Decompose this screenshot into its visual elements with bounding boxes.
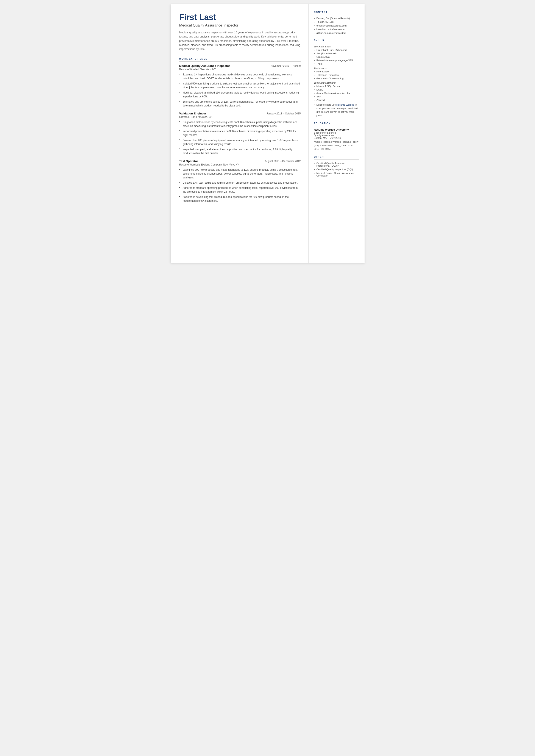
education-heading: EDUCATION — [314, 122, 359, 126]
skill-item: EASE — [314, 88, 359, 91]
education-section: EDUCATION Resume Worded University Bache… — [314, 122, 359, 151]
work-experience-section: WORK EXPERIENCE Medical Quality Assuranc… — [179, 58, 301, 203]
skill-item: Geometric Dimensioning — [314, 77, 359, 80]
job-title-2: Validation Engineer — [179, 112, 206, 115]
contact-location: Denver, OH (Open to Remote) — [314, 17, 359, 20]
job-bullets-2: Diagnosed malfunctions by conducting tes… — [179, 120, 301, 155]
list-item: Diagnosed malfunctions by conducting tes… — [179, 120, 301, 128]
skill-item: Oracle Java — [314, 56, 359, 58]
job-company-1: Resume Worded, New York, NY — [179, 68, 301, 71]
list-item: Inspected, sampled, and altered the comp… — [179, 147, 301, 155]
contact-phone: +1-234-456-789 — [314, 21, 359, 23]
job-dates-3: August 2010 – December 2012 — [265, 160, 300, 163]
job-header-3: Test Operator August 2010 – December 201… — [179, 159, 301, 163]
job-dates-2: January 2013 – October 2015 — [267, 112, 301, 115]
other-item: Certified Quality Assurance Professional… — [314, 162, 359, 167]
list-item: Isolated 500 non-fitting products to sui… — [179, 82, 301, 90]
right-column: CONTACT Denver, OH (Open to Remote) +1-2… — [309, 4, 365, 263]
skills-section: SKILLS Technical Skills: Greenlight Guru… — [314, 39, 359, 117]
edu-degree: Bachelor of Science — [314, 131, 359, 134]
job-header-2: Validation Engineer January 2013 – Octob… — [179, 112, 301, 115]
job-block-1: Medical Quality Assurance Inspector Nove… — [179, 64, 301, 107]
skill-item: Tolerance Principles — [314, 74, 359, 76]
skill-item: Greenlight Guru (Advanced) — [314, 49, 359, 51]
contact-linkedin: linkedin.com/in/username — [314, 28, 359, 31]
list-item: Performed preventative maintenance on 30… — [179, 129, 301, 137]
skill-item: SAP — [314, 95, 359, 98]
edu-field: Quality Assurance — [314, 134, 359, 137]
list-item: Ensured that 200 pieces of equipment wer… — [179, 138, 301, 146]
left-column: First Last Medical Quality Assurance Ins… — [171, 4, 309, 263]
candidate-title: Medical Quality Assurance Inspector — [179, 23, 301, 28]
job-title-1: Medical Quality Assurance Inspector — [179, 64, 230, 68]
skill-item: Trello — [314, 63, 359, 65]
list-item: Executed 1K inspections of numerous medi… — [179, 72, 301, 80]
contact-section: CONTACT Denver, OH (Open to Remote) +1-2… — [314, 11, 359, 34]
list-item: Examined 800 new products and made alter… — [179, 168, 301, 180]
tools-label: Tools and Software: — [314, 81, 359, 84]
skill-item: Prioritization — [314, 70, 359, 73]
other-item: Medical Device Quality Assurance Certifi… — [314, 172, 359, 177]
list-item: Collated 3.4K test results and registere… — [179, 181, 301, 185]
promo-prefix: Don't forget to use — [317, 103, 337, 106]
contact-email: email@resumeworded.com — [314, 24, 359, 27]
contact-heading: CONTACT — [314, 11, 359, 15]
technical-skills-label: Technical Skills: — [314, 45, 359, 48]
job-block-2: Validation Engineer January 2013 – Octob… — [179, 112, 301, 155]
techniques-label: Techniques: — [314, 67, 359, 70]
skill-item: Jira (Experienced) — [314, 52, 359, 55]
candidate-summary: Medical quality assurance inspector with… — [179, 31, 301, 51]
skill-item: Microsoft SQL Server — [314, 85, 359, 88]
list-item: Modified, cleaned, and fixed 150 process… — [179, 91, 301, 98]
other-item: Certified Quality Inspectors (CQI). — [314, 168, 359, 171]
contact-github: github.com/resumeworded — [314, 32, 359, 34]
promo-text: Don't forget to use Resume Worded to sca… — [314, 103, 359, 117]
edu-location: Boston, MA — July 2010 — [314, 137, 359, 139]
job-title-3: Test Operator — [179, 159, 198, 163]
resume-document: First Last Medical Quality Assurance Ins… — [171, 4, 365, 263]
job-block-3: Test Operator August 2010 – December 201… — [179, 159, 301, 203]
candidate-name: First Last — [179, 13, 301, 22]
work-experience-heading: WORK EXPERIENCE — [179, 58, 301, 62]
skill-item: Adobe Systems Adobe Acrobat — [314, 92, 359, 95]
edu-school: Resume Worded University — [314, 128, 359, 131]
education-block: Resume Worded University Bachelor of Sci… — [314, 128, 359, 151]
list-item: Estimated and upheld the quality of 1.8K… — [179, 100, 301, 107]
job-company-3: Resume Worded’s Exciting Company, New Yo… — [179, 163, 301, 166]
list-item: Assisted in developing test procedures a… — [179, 195, 301, 203]
job-bullets-3: Examined 800 new products and made alter… — [179, 168, 301, 203]
skill-item: ZenQMS — [314, 99, 359, 101]
job-bullets-1: Executed 1K inspections of numerous medi… — [179, 72, 301, 107]
skills-heading: SKILLS — [314, 39, 359, 43]
job-header-1: Medical Quality Assurance Inspector Nove… — [179, 64, 301, 68]
list-item: Adhered to standard operating procedures… — [179, 186, 301, 194]
skill-item: Extensible markup language XML — [314, 59, 359, 62]
edu-awards: Awards: Resume Worded Teaching Fellow (o… — [314, 140, 359, 151]
job-company-2: Growthsi, San Francisco, CA — [179, 116, 301, 119]
other-heading: OTHER — [314, 155, 359, 160]
other-section: OTHER Certified Quality Assurance Profes… — [314, 155, 359, 177]
job-dates-1: November 2015 – Present — [270, 65, 300, 68]
promo-link[interactable]: Resume Worded — [336, 103, 354, 106]
